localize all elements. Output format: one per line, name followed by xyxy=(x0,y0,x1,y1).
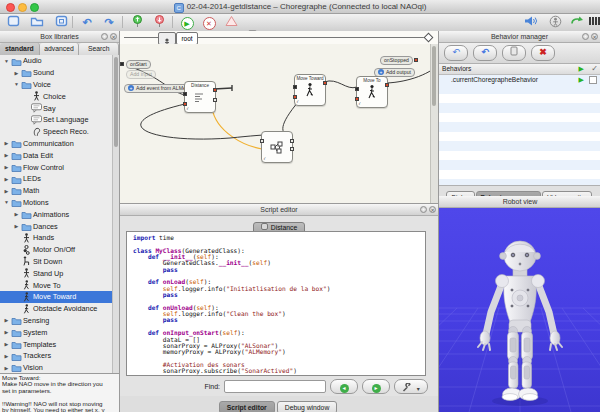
box-output-port[interactable] xyxy=(385,83,389,87)
download-from-robot-icon[interactable] xyxy=(150,15,168,29)
tree-item-system[interactable]: ▶System xyxy=(0,326,113,338)
move-toward-box[interactable]: Move Toward ⌐ xyxy=(294,74,326,106)
distance-box[interactable]: Distance ⌐ xyxy=(184,81,216,113)
transfer-to-robot-icon[interactable]: ↶ xyxy=(444,45,468,61)
tree-item-set-language[interactable]: Set Language xyxy=(0,114,113,126)
box-output-port[interactable] xyxy=(290,147,294,151)
panel-float-icon[interactable] xyxy=(420,206,427,213)
nodes-box[interactable]: ⌐ xyxy=(261,131,293,163)
open-folder-icon[interactable] xyxy=(28,15,46,29)
library-tab-search[interactable]: Search xyxy=(79,43,119,55)
tree-item-say[interactable]: Say xyxy=(0,102,113,114)
new-document-icon[interactable] xyxy=(4,15,22,29)
save-icon[interactable] xyxy=(52,15,70,29)
arrow-right-icon[interactable]: ▶ xyxy=(13,223,20,229)
tree-item-data-edit[interactable]: ▶Data Edit xyxy=(0,149,113,161)
panel-float-icon[interactable] xyxy=(101,33,108,40)
arrow-down-icon[interactable]: ▼ xyxy=(3,199,10,205)
panel-float-icon[interactable] xyxy=(582,33,589,40)
box-input-port[interactable] xyxy=(293,85,297,89)
tree-item-flow-control[interactable]: ▶Flow Control xyxy=(0,161,113,173)
tree-item-sensing[interactable]: ▶Sensing xyxy=(0,315,113,327)
wrench-icon[interactable]: ⌐ xyxy=(184,105,190,111)
wrench-icon[interactable]: ⌐ xyxy=(356,100,362,106)
arrow-right-icon[interactable]: ▶ xyxy=(3,329,10,335)
robot-3d-view[interactable] xyxy=(439,208,600,412)
behaviors-list-header[interactable]: Behaviors ▶ ✓ xyxy=(439,64,600,75)
close-window-button[interactable] xyxy=(6,3,15,12)
arrow-right-icon[interactable]: ▶ xyxy=(3,188,10,194)
tree-item-trackers[interactable]: ▶Trackers xyxy=(0,350,113,362)
connect-icon[interactable] xyxy=(568,15,586,29)
tree-item-templates[interactable]: ▶Templates xyxy=(0,338,113,350)
tree-item-animations[interactable]: ▶Animations xyxy=(0,208,113,220)
tree-item-hands[interactable]: Hands xyxy=(0,232,113,244)
transfer-from-robot-icon[interactable]: ↶ xyxy=(473,45,497,61)
arrow-right-icon[interactable]: ▶ xyxy=(3,341,10,347)
upload-to-robot-icon[interactable] xyxy=(128,15,146,29)
tab-script-editor[interactable]: Script editor xyxy=(219,401,275,412)
diagram-input-port[interactable] xyxy=(120,62,124,66)
tree-item-leds[interactable]: ▶LEDs xyxy=(0,173,113,185)
canvas-scrollbar-thumb[interactable] xyxy=(432,46,436,106)
arrow-right-icon[interactable]: ▶ xyxy=(3,353,10,359)
onstart-input-label[interactable]: onStart xyxy=(126,60,151,69)
tree-item-communication[interactable]: ▶Communication xyxy=(0,138,113,150)
box-output-port[interactable] xyxy=(323,81,327,85)
tree-item-sit-down[interactable]: Sit Down xyxy=(0,256,113,268)
tree-item-choice[interactable]: Choice xyxy=(0,90,113,102)
panel-close-icon[interactable]: ✕ xyxy=(110,33,117,40)
zoom-window-button[interactable] xyxy=(30,3,39,12)
flow-diagram-canvas[interactable]: onStart Add input +Add event from ALMemo… xyxy=(120,44,431,203)
tree-item-motions[interactable]: ▼Motions xyxy=(0,197,113,209)
code-area[interactable]: import time class MyClass(GeneratedClass… xyxy=(126,231,426,376)
behavior-checkbox[interactable] xyxy=(589,76,597,84)
tree-scrollbar[interactable] xyxy=(112,55,119,373)
box-input-port[interactable] xyxy=(355,87,359,91)
library-tab-advanced[interactable]: advanced xyxy=(40,43,80,55)
find-previous-button[interactable]: ◂ xyxy=(330,379,358,394)
box-output-port[interactable] xyxy=(213,88,217,92)
remove-behavior-icon[interactable]: ✖ xyxy=(531,45,555,61)
find-options-button[interactable]: ▾ xyxy=(394,379,428,394)
play-behavior-icon[interactable]: ▶ xyxy=(579,75,584,85)
arrow-right-icon[interactable]: ▶ xyxy=(3,365,10,371)
tree-item-stand-up[interactable]: Stand Up xyxy=(0,267,113,279)
onstopped-output-label[interactable]: onStopped xyxy=(380,56,413,65)
arrow-right-icon[interactable]: ▶ xyxy=(13,70,20,76)
stop-icon[interactable]: ✕ xyxy=(200,15,218,29)
arrow-right-icon[interactable]: ▶ xyxy=(3,164,10,170)
redo-icon[interactable]: ↷ xyxy=(100,15,118,29)
arrow-down-icon[interactable]: ▼ xyxy=(13,81,20,87)
panel-close-icon[interactable]: ✕ xyxy=(591,33,598,40)
arrow-right-icon[interactable]: ▶ xyxy=(3,176,10,182)
panel-close-icon[interactable]: ✕ xyxy=(429,206,436,213)
box-input-port[interactable] xyxy=(183,92,187,96)
robot-posture-icon[interactable] xyxy=(546,15,564,29)
undo-icon[interactable]: ↶ xyxy=(78,15,96,29)
move-to-box[interactable]: Move To ⌐ xyxy=(356,76,388,108)
tree-item-voice[interactable]: ▼Voice xyxy=(0,79,113,91)
tree-item-move-to[interactable]: Move To xyxy=(0,279,113,291)
tree-item-vision[interactable]: ▶Vision xyxy=(0,362,113,373)
library-tab-standard[interactable]: standard xyxy=(0,43,40,55)
tree-item-math[interactable]: ▶Math xyxy=(0,185,113,197)
tree-item-dances[interactable]: ▶Dances xyxy=(0,220,113,232)
play-icon[interactable]: ▶ xyxy=(178,15,196,29)
find-next-button[interactable]: ▸ xyxy=(362,379,390,394)
add-input-label[interactable]: Add input xyxy=(126,70,156,79)
tree-item-speech-reco-[interactable]: Speech Reco. xyxy=(0,126,113,138)
arrow-right-icon[interactable]: ▶ xyxy=(3,152,10,158)
arrow-right-icon[interactable]: ▶ xyxy=(3,140,10,146)
tree-item-sound[interactable]: ▶Sound xyxy=(0,67,113,79)
volume-icon[interactable] xyxy=(522,15,540,29)
canvas-scrollbar[interactable] xyxy=(430,44,438,203)
file-icon[interactable] xyxy=(502,45,526,61)
check-all-icon[interactable]: ✓ xyxy=(591,64,598,74)
minimize-window-button[interactable] xyxy=(18,3,27,12)
tree-scrollbar-thumb[interactable] xyxy=(114,57,118,147)
diagram-output-port[interactable] xyxy=(414,58,418,62)
find-input[interactable] xyxy=(224,380,326,393)
play-all-icon[interactable]: ▶ xyxy=(579,64,584,74)
wrench-icon[interactable]: ⌐ xyxy=(294,98,300,104)
